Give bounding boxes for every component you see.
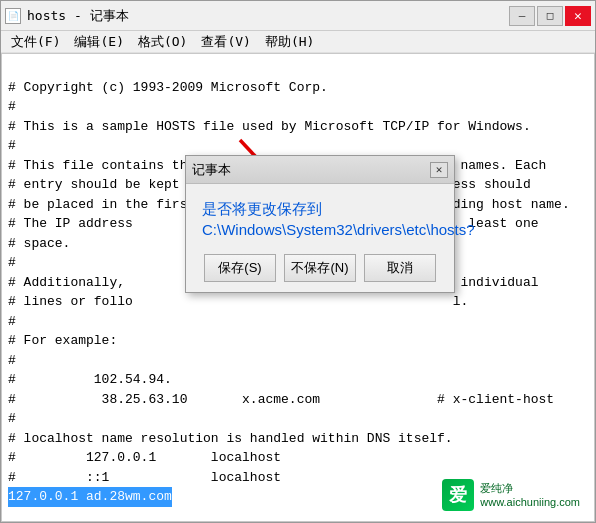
watermark: 爱 爱纯净 www.aichuniing.com: [434, 475, 588, 515]
line-19: # localhost name resolution is handled w…: [8, 431, 453, 446]
dialog-title: 记事本: [192, 161, 231, 179]
line-4: #: [8, 138, 16, 153]
dialog-message-line1: 是否将更改保存到: [202, 200, 322, 217]
title-bar: 📄 hosts - 记事本 — □ ✕: [1, 1, 595, 31]
notepad-icon: 📄: [5, 8, 21, 24]
menu-edit[interactable]: 编辑(E): [68, 31, 129, 53]
dialog-title-bar: 记事本 ✕: [186, 156, 454, 184]
maximize-button[interactable]: □: [537, 6, 563, 26]
line-17: # 38.25.63.10 x.acme.com # x-client-host: [8, 392, 554, 407]
watermark-logo: 爱: [442, 479, 474, 511]
watermark-line2: www.aichuniing.com: [480, 495, 580, 509]
dialog-message: 是否将更改保存到 C:\Windows\System32\drivers\etc…: [202, 198, 438, 240]
menu-bar: 文件(F) 编辑(E) 格式(O) 查看(V) 帮助(H): [1, 31, 595, 53]
line-2: #: [8, 99, 16, 114]
line-16: # 102.54.94.: [8, 372, 172, 387]
minimize-button[interactable]: —: [509, 6, 535, 26]
line-14: # For example:: [8, 333, 117, 348]
line-12: # lines or follo l.: [8, 294, 468, 309]
line-15: #: [8, 353, 16, 368]
cancel-button[interactable]: 取消: [364, 254, 436, 282]
save-dialog: 记事本 ✕ 是否将更改保存到 C:\Windows\System32\drive…: [185, 155, 455, 293]
dialog-body: 是否将更改保存到 C:\Windows\System32\drivers\etc…: [186, 184, 454, 292]
dialog-buttons: 保存(S) 不保存(N) 取消: [202, 254, 438, 282]
close-button[interactable]: ✕: [565, 6, 591, 26]
dont-save-button[interactable]: 不保存(N): [284, 254, 356, 282]
line-21: # ::1 localhost: [8, 470, 281, 485]
menu-file[interactable]: 文件(F): [5, 31, 66, 53]
menu-format[interactable]: 格式(O): [132, 31, 193, 53]
dialog-close-button[interactable]: ✕: [430, 162, 448, 178]
window-title: hosts - 记事本: [27, 7, 129, 25]
dialog-message-line2: C:\Windows\System32\drivers\etc\hosts?: [202, 221, 475, 238]
title-bar-buttons: — □ ✕: [509, 6, 591, 26]
menu-help[interactable]: 帮助(H): [259, 31, 320, 53]
highlighted-line: 127.0.0.1 ad.28wm.com: [8, 487, 172, 507]
line-20: # 127.0.0.1 localhost: [8, 450, 281, 465]
line-13: #: [8, 314, 16, 329]
title-bar-left: 📄 hosts - 记事本: [5, 7, 129, 25]
line-1: # Copyright (c) 1993-2009 Microsoft Corp…: [8, 80, 328, 95]
watermark-line1: 爱纯净: [480, 481, 580, 495]
menu-view[interactable]: 查看(V): [195, 31, 256, 53]
line-3: # This is a sample HOSTS file used by Mi…: [8, 119, 531, 134]
save-button[interactable]: 保存(S): [204, 254, 276, 282]
line-9: # space.: [8, 236, 70, 251]
line-10: #: [8, 255, 16, 270]
watermark-text: 爱纯净 www.aichuniing.com: [480, 481, 580, 510]
line-18: #: [8, 411, 16, 426]
